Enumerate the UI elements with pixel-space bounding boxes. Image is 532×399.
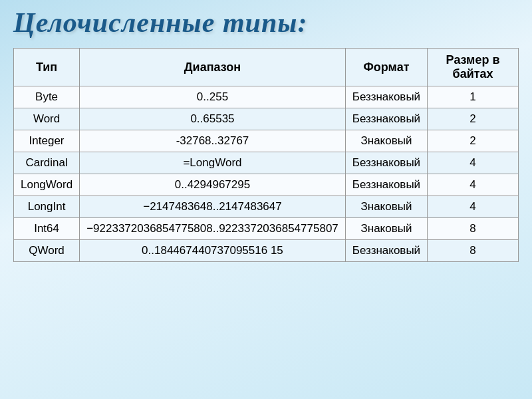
cell-range: 0..255 bbox=[80, 86, 346, 108]
cell-range: 0..65535 bbox=[80, 108, 346, 130]
cell-type: Byte bbox=[14, 86, 80, 108]
table-row: Byte0..255Беззнаковый1 bbox=[14, 86, 519, 108]
table-row: Cardinal=LongWordБеззнаковый4 bbox=[14, 152, 519, 174]
cell-range: -32768..32767 bbox=[80, 130, 346, 152]
table-row: Integer-32768..32767Знаковый2 bbox=[14, 130, 519, 152]
header-row: Тип Диапазон Формат Размер в байтах bbox=[14, 49, 519, 86]
cell-format: Беззнаковый bbox=[345, 152, 427, 174]
cell-range: 0..4294967295 bbox=[80, 174, 346, 196]
table-row: LongWord0..4294967295Беззнаковый4 bbox=[14, 174, 519, 196]
main-content: Целочисленные типы: Тип Диапазон Формат … bbox=[0, 0, 532, 269]
cell-type: LongInt bbox=[14, 196, 80, 218]
cell-format: Беззнаковый bbox=[345, 240, 427, 262]
col-header-size: Размер в байтах bbox=[428, 49, 519, 86]
cell-size: 2 bbox=[428, 108, 519, 130]
table-row: LongInt−2147483648..2147483647Знаковый4 bbox=[14, 196, 519, 218]
cell-size: 4 bbox=[428, 152, 519, 174]
table-header: Тип Диапазон Формат Размер в байтах bbox=[14, 49, 519, 86]
cell-type: Cardinal bbox=[14, 152, 80, 174]
col-header-type: Тип bbox=[14, 49, 80, 86]
cell-type: Integer bbox=[14, 130, 80, 152]
cell-size: 1 bbox=[428, 86, 519, 108]
cell-format: Знаковый bbox=[345, 196, 427, 218]
col-header-format: Формат bbox=[345, 49, 427, 86]
cell-size: 4 bbox=[428, 196, 519, 218]
table-row: Int64−9223372036854775808..9223372036854… bbox=[14, 218, 519, 240]
page-title: Целочисленные типы: bbox=[13, 7, 519, 39]
table-row: QWord0..184467440737095516 15Беззнаковый… bbox=[14, 240, 519, 262]
cell-type: QWord bbox=[14, 240, 80, 262]
cell-size: 4 bbox=[428, 174, 519, 196]
cell-format: Беззнаковый bbox=[345, 108, 427, 130]
cell-type: Int64 bbox=[14, 218, 80, 240]
cell-range: =LongWord bbox=[80, 152, 346, 174]
col-header-range: Диапазон bbox=[80, 49, 346, 86]
cell-range: 0..184467440737095516 15 bbox=[80, 240, 346, 262]
data-table: Тип Диапазон Формат Размер в байтах Byte… bbox=[13, 48, 519, 262]
cell-format: Знаковый bbox=[345, 218, 427, 240]
cell-size: 8 bbox=[428, 218, 519, 240]
cell-type: Word bbox=[14, 108, 80, 130]
cell-size: 8 bbox=[428, 240, 519, 262]
cell-range: −2147483648..2147483647 bbox=[80, 196, 346, 218]
cell-type: LongWord bbox=[14, 174, 80, 196]
cell-format: Беззнаковый bbox=[345, 174, 427, 196]
cell-range: −9223372036854775808..922337203685477580… bbox=[80, 218, 346, 240]
table-body: Byte0..255Беззнаковый1Word0..65535Беззна… bbox=[14, 86, 519, 262]
cell-format: Знаковый bbox=[345, 130, 427, 152]
cell-format: Беззнаковый bbox=[345, 86, 427, 108]
table-row: Word0..65535Беззнаковый2 bbox=[14, 108, 519, 130]
cell-size: 2 bbox=[428, 130, 519, 152]
